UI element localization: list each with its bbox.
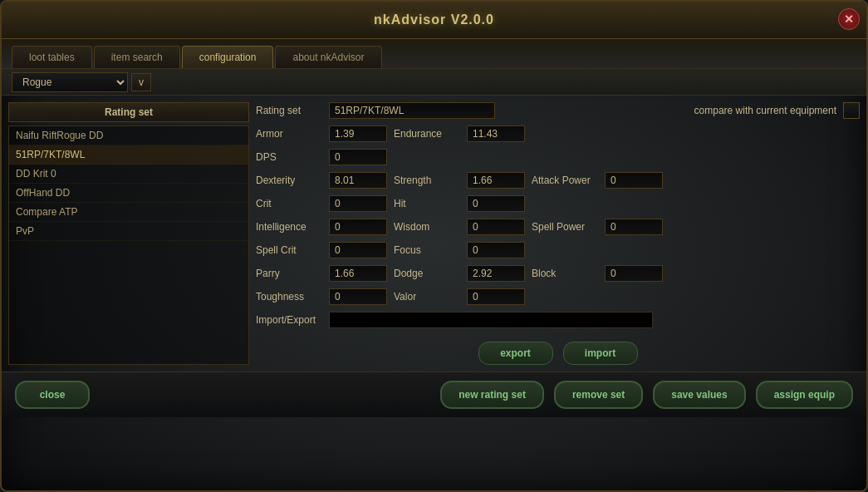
intel-row: Intelligence Wisdom Spell Power xyxy=(256,219,860,235)
dodge-input[interactable] xyxy=(467,265,525,282)
new-rating-button[interactable]: new rating set xyxy=(440,381,544,409)
strength-input[interactable] xyxy=(467,172,525,189)
dex-row: Dexterity Strength Attack Power xyxy=(256,172,860,189)
list-item[interactable]: OffHand DD xyxy=(9,184,248,203)
dropdown-arrow[interactable]: v xyxy=(131,73,151,91)
export-buttons: export import xyxy=(256,342,860,365)
parry-input[interactable] xyxy=(329,265,387,282)
export-button[interactable]: export xyxy=(478,342,553,365)
close-icon[interactable]: ✕ xyxy=(838,8,860,30)
tab-configuration[interactable]: configuration xyxy=(182,46,274,68)
tab-loot-tables[interactable]: loot tables xyxy=(12,46,92,68)
toughness-row: Toughness Valor xyxy=(256,288,860,305)
spell-crit-row: Spell Crit Focus xyxy=(256,242,860,258)
left-panel: Rating set Naifu RiftRogue DD 51RP/7KT/8… xyxy=(8,102,249,365)
app-window: nkAdvisor V2.0.0 ✕ loot tables item sear… xyxy=(0,0,868,492)
armor-label: Armor xyxy=(256,128,322,140)
tab-about[interactable]: about nkAdvisor xyxy=(275,46,381,68)
dexterity-input[interactable] xyxy=(329,172,387,189)
attack-power-input[interactable] xyxy=(605,172,663,189)
list-item[interactable]: 51RP/7KT/8WL xyxy=(9,145,248,165)
import-export-row: Import/Export xyxy=(256,312,860,328)
focus-input[interactable] xyxy=(467,242,525,258)
armor-row: Armor Endurance xyxy=(256,125,860,142)
bottom-bar: close new rating set remove set save val… xyxy=(2,371,866,417)
dps-row: DPS xyxy=(256,149,860,165)
endurance-input[interactable] xyxy=(467,125,525,142)
hit-label: Hit xyxy=(394,198,460,209)
assign-equip-button[interactable]: assign equip xyxy=(756,381,853,409)
rating-set-header: Rating set xyxy=(8,102,249,122)
app-title: nkAdvisor V2.0.0 xyxy=(374,12,494,27)
parry-label: Parry xyxy=(256,268,322,279)
rating-set-input[interactable] xyxy=(329,102,495,119)
list-item[interactable]: PvP xyxy=(9,222,248,241)
rating-set-label: Rating set xyxy=(256,105,322,116)
export-input[interactable] xyxy=(329,312,653,328)
block-label: Block xyxy=(532,268,598,279)
tab-item-search[interactable]: item search xyxy=(94,46,180,68)
import-export-label: Import/Export xyxy=(256,314,322,326)
dps-label: DPS xyxy=(256,151,322,163)
bottom-right-buttons: new rating set remove set save values as… xyxy=(440,381,853,409)
toughness-input[interactable] xyxy=(329,288,387,305)
dexterity-label: Dexterity xyxy=(256,175,322,186)
armor-input[interactable] xyxy=(329,125,387,142)
dodge-label: Dodge xyxy=(394,268,460,279)
spell-power-label: Spell Power xyxy=(532,221,598,233)
valor-input[interactable] xyxy=(467,288,525,305)
hit-input[interactable] xyxy=(467,195,525,212)
crit-row: Crit Hit xyxy=(256,195,860,212)
rating-list: Naifu RiftRogue DD 51RP/7KT/8WL DD Krit … xyxy=(8,125,249,365)
compare-label: compare with current equipment xyxy=(694,105,836,116)
strength-label: Strength xyxy=(394,175,460,186)
dps-input[interactable] xyxy=(329,149,387,165)
title-bar: nkAdvisor V2.0.0 ✕ xyxy=(2,2,866,39)
valor-label: Valor xyxy=(394,291,460,303)
wisdom-input[interactable] xyxy=(467,219,525,235)
right-panel: Rating set compare with current equipmen… xyxy=(256,102,860,365)
block-input[interactable] xyxy=(605,265,663,282)
list-item[interactable]: DD Krit 0 xyxy=(9,165,248,184)
crit-input[interactable] xyxy=(329,195,387,212)
crit-label: Crit xyxy=(256,198,322,209)
main-area: Rating set Naifu RiftRogue DD 51RP/7KT/8… xyxy=(2,96,866,371)
spell-crit-input[interactable] xyxy=(329,242,387,258)
intelligence-label: Intelligence xyxy=(256,221,322,233)
endurance-label: Endurance xyxy=(394,128,460,140)
save-values-button[interactable]: save values xyxy=(653,381,745,409)
parry-row: Parry Dodge Block xyxy=(256,265,860,282)
compare-checkbox[interactable] xyxy=(843,102,860,119)
spell-crit-label: Spell Crit xyxy=(256,244,322,256)
list-item[interactable]: Compare ATP xyxy=(9,203,248,222)
import-button[interactable]: import xyxy=(563,342,638,365)
spell-power-input[interactable] xyxy=(605,219,663,235)
remove-set-button[interactable]: remove set xyxy=(554,381,643,409)
intelligence-input[interactable] xyxy=(329,219,387,235)
class-dropdown[interactable]: Rogue xyxy=(12,72,128,92)
tab-bar: loot tables item search configuration ab… xyxy=(2,39,866,69)
list-item[interactable]: Naifu RiftRogue DD xyxy=(9,126,248,145)
rating-set-row: Rating set compare with current equipmen… xyxy=(256,102,860,119)
close-button[interactable]: close xyxy=(15,381,90,409)
focus-label: Focus xyxy=(394,244,460,256)
toughness-label: Toughness xyxy=(256,291,322,303)
attack-power-label: Attack Power xyxy=(532,175,598,186)
wisdom-label: Wisdom xyxy=(394,221,460,233)
class-selector-bar: Rogue v xyxy=(2,69,866,96)
